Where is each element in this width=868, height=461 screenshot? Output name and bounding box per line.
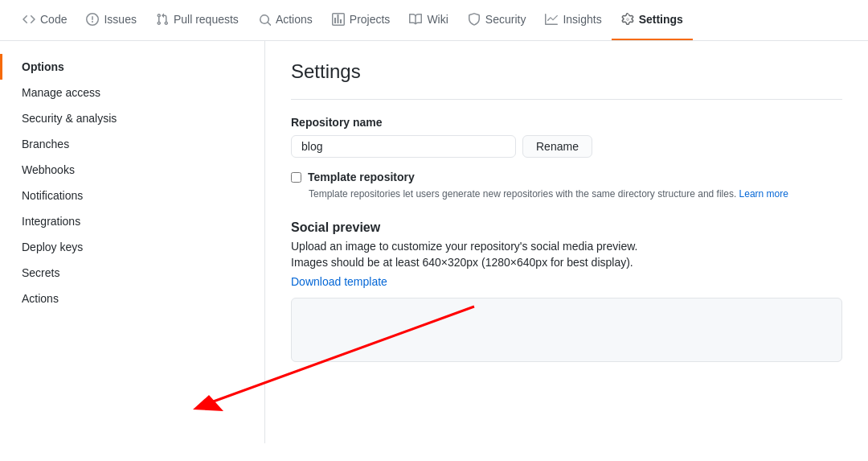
- nav-wiki-label: Wiki: [427, 13, 448, 26]
- nav-security[interactable]: Security: [458, 0, 536, 40]
- section-divider: [291, 99, 842, 100]
- social-preview-box: [291, 298, 842, 362]
- shield-icon: [468, 13, 481, 26]
- sidebar-item-manage-access[interactable]: Manage access: [0, 80, 264, 105]
- nav-code[interactable]: Code: [13, 0, 76, 40]
- nav-settings-label: Settings: [639, 13, 683, 26]
- nav-settings[interactable]: Settings: [612, 0, 693, 40]
- graph-icon: [545, 13, 558, 26]
- nav-actions-label: Actions: [276, 13, 313, 26]
- gear-icon: [621, 13, 634, 26]
- sidebar-item-security-analysis[interactable]: Security & analysis: [0, 105, 264, 131]
- social-preview-title: Social preview: [291, 220, 842, 235]
- sidebar-item-branches[interactable]: Branches: [0, 131, 264, 157]
- sidebar-item-webhooks[interactable]: Webhooks: [0, 157, 264, 183]
- sidebar-item-integrations[interactable]: Integrations: [0, 208, 264, 234]
- main-layout: Options Manage access Security & analysi…: [0, 41, 868, 443]
- nav-issues[interactable]: Issues: [76, 0, 145, 40]
- repo-name-input[interactable]: [291, 135, 516, 158]
- top-nav: Code Issues Pull requests Actions Projec…: [0, 0, 868, 41]
- issue-icon: [86, 13, 99, 26]
- sidebar-item-notifications[interactable]: Notifications: [0, 183, 264, 208]
- page-title: Settings: [291, 60, 842, 83]
- actions-icon: [258, 13, 271, 26]
- nav-insights[interactable]: Insights: [535, 0, 611, 40]
- wiki-icon: [409, 13, 422, 26]
- sidebar-item-deploy-keys[interactable]: Deploy keys: [0, 234, 264, 260]
- template-repo-help: Template repositories let users generate…: [309, 187, 842, 201]
- rename-button[interactable]: Rename: [522, 135, 592, 158]
- sidebar-item-actions[interactable]: Actions: [0, 286, 264, 311]
- nav-projects-label: Projects: [350, 13, 391, 26]
- nav-code-label: Code: [40, 13, 67, 26]
- nav-security-label: Security: [485, 13, 526, 26]
- learn-more-link[interactable]: Learn more: [739, 188, 788, 200]
- nav-pull-requests[interactable]: Pull requests: [146, 0, 248, 40]
- nav-pull-requests-label: Pull requests: [174, 13, 239, 26]
- download-template-link[interactable]: Download template: [291, 275, 387, 288]
- template-repo-checkbox[interactable]: [291, 172, 301, 183]
- nav-projects[interactable]: Projects: [322, 0, 400, 40]
- social-preview-note: Images should be at least 640×320px (128…: [291, 256, 842, 269]
- template-repo-row: Template repository: [291, 171, 842, 183]
- sidebar-item-secrets[interactable]: Secrets: [0, 260, 264, 286]
- sidebar: Options Manage access Security & analysi…: [0, 41, 265, 443]
- social-preview-desc: Upload an image to customize your reposi…: [291, 240, 842, 253]
- project-icon: [332, 13, 345, 26]
- nav-wiki[interactable]: Wiki: [399, 0, 457, 40]
- pull-request-icon: [156, 13, 169, 26]
- repo-name-label: Repository name: [291, 116, 842, 129]
- code-icon: [23, 13, 35, 26]
- nav-actions[interactable]: Actions: [248, 0, 322, 40]
- template-repo-label[interactable]: Template repository: [308, 171, 415, 183]
- nav-insights-label: Insights: [563, 13, 601, 26]
- repo-name-row: Rename: [291, 135, 842, 158]
- settings-content: Settings Repository name Rename Template…: [265, 41, 868, 443]
- nav-issues-label: Issues: [104, 13, 136, 26]
- social-preview-section: Social preview Upload an image to custom…: [291, 220, 842, 362]
- sidebar-item-options[interactable]: Options: [0, 54, 264, 80]
